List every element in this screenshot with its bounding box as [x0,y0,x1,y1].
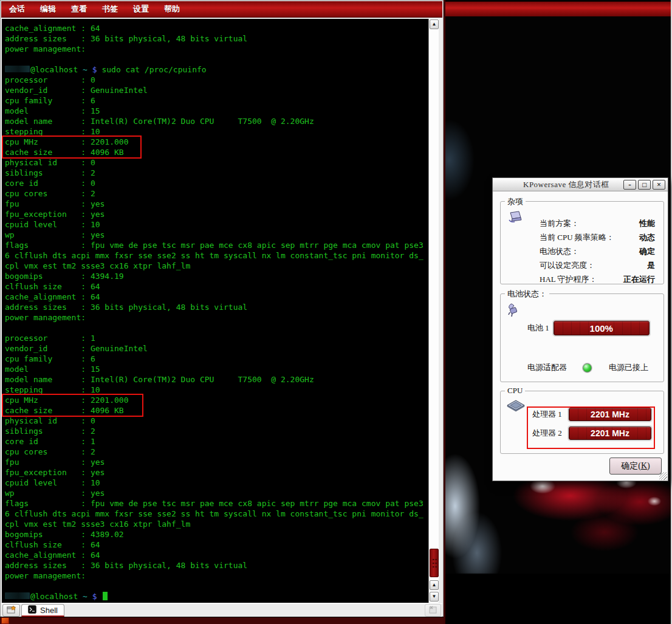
close-button[interactable]: ✕ [653,180,665,190]
menu-item[interactable]: 编辑 [40,4,56,15]
terminal-line [5,581,428,591]
info-row-value: 正在运行 [623,274,655,285]
new-session-icon [7,605,16,616]
terminal-line: core id : 1 [5,436,428,447]
terminal-line: vendor_id : GenuineIntel [5,85,428,95]
ok-accesskey: K [641,461,647,471]
scroll-up-icon[interactable]: ▲ [430,19,439,29]
scroll-up-icon[interactable]: ▲ [430,580,439,590]
close-session-button[interactable] [425,604,441,617]
terminal-line: clflush size : 64 [5,540,428,550]
terminal-line: cpu cores : 2 [5,447,428,457]
terminal-line: model name : Intel(R) Core(TM)2 Duo CPU … [5,374,428,385]
resize-grip[interactable] [659,472,667,480]
terminal-window: 会话编辑查看书签设置帮助 cache_alignment : 64address… [0,0,444,617]
terminal-scrollbar[interactable]: ▲ ▲ ▼ [428,19,439,603]
terminal-line: cpuid level : 10 [5,219,428,230]
terminal-icon [28,605,36,615]
misc-group: 杂项 当前方案：性能当前 CPU 频率策略：动态电池状态：确定可以设定亮度：是H… [500,201,664,284]
scroll-down-icon[interactable]: ▼ [430,592,439,602]
cpu-frequency-bar: 2201 MHz [569,408,651,421]
info-row-label: 可以设定亮度： [540,260,595,271]
terminal-line: fpu : yes [5,457,428,467]
close-icon: ✕ [657,182,662,188]
terminal-line: model name : Intel(R) Core(TM)2 Duo CPU … [5,116,428,126]
bottom-left-badge [1,617,9,624]
terminal-line: cpu cores : 2 [5,188,428,199]
terminal-line: vendor_id : GenuineIntel [5,343,428,354]
terminal-line: cpu family : 6 [5,95,428,106]
terminal-line: cpu MHz : 2201.000 [5,137,428,147]
battery-group-title: 电池状态： [505,289,549,300]
close-session-icon [428,605,437,616]
info-row-value: 是 [647,260,655,271]
menu-item[interactable]: 书签 [102,4,118,15]
terminal-line: cache size : 4096 KB [5,405,428,416]
ok-label-suffix: ) [647,461,650,471]
misc-group-title: 杂项 [505,196,526,207]
cpu-group-title: CPU [505,386,525,396]
bottom-strip [0,617,444,624]
cpu-rows: 处理器 12201 MHz处理器 22201 MHz [532,405,651,442]
terminal-line: fpu_exception : yes [5,467,428,478]
terminal-line: model : 15 [5,364,428,374]
cpu-frequency-value: 2201 MHz [591,428,629,438]
ok-button[interactable]: 确定(K) [609,458,662,475]
terminal-line: cache size : 4096 KB [5,147,428,157]
info-row-value: 动态 [639,232,655,243]
cpu-group: CPU 处理器 12201 MHz处理器 22201 MHz [500,391,664,454]
menu-item[interactable]: 会话 [9,4,25,15]
terminal-line: address sizes : 36 bits physical, 48 bit… [5,560,428,571]
info-row-label: 当前方案： [540,218,579,229]
terminal-line: 6 clflush dts acpi mmx fxsr sse sse2 ss … [5,509,428,519]
adapter-label: 电源适配器 [527,362,567,373]
terminal-line: address sizes : 36 bits physical, 48 bit… [5,33,428,44]
terminal-line: flags : fpu vme de pse tsc msr pae mce c… [5,498,428,509]
maximize-icon: □ [642,182,647,188]
terminal-line: model : 15 [5,106,428,116]
terminal-line: cpu family : 6 [5,354,428,364]
terminal-line: bogomips : 4394.19 [5,271,428,281]
new-session-button[interactable] [2,604,20,617]
cpu-row-label: 处理器 2 [532,428,569,439]
terminal-line: cache_alignment : 64 [5,550,428,560]
terminal-line: stepping : 10 [5,385,428,395]
dialog-title: KPowersave 信息对话框 [523,179,609,190]
terminal-line: cpu MHz : 2201.000 [5,395,428,405]
terminal-view[interactable]: cache_alignment : 64address sizes : 36 b… [2,19,439,603]
battery-percent: 100% [590,323,613,334]
info-row: 电池状态：确定 [540,244,655,258]
menu-item[interactable]: 查看 [71,4,87,15]
terminal-line: bogomips : 4389.02 [5,529,428,540]
minimize-button[interactable]: – [623,180,636,190]
info-row-label: 电池状态： [540,246,579,257]
tab-shell[interactable]: Shell [21,604,64,617]
dialog-window-buttons: – □ ✕ [623,180,665,190]
cpu-frequency-bar: 2201 MHz [569,427,651,440]
background-red-bar [445,1,671,16]
terminal-line [5,323,428,333]
terminal-line: @localhost ~ $ sudo cat /proc/cpuinfo [5,64,428,75]
terminal-line: power management: [5,571,428,581]
adapter-row: 电源适配器 电源已接上 [527,362,648,373]
menu-item[interactable]: 设置 [133,4,149,15]
menu-item[interactable]: 帮助 [164,4,180,15]
terminal-line: siblings : 2 [5,426,428,436]
terminal-line: cpuid level : 10 [5,478,428,488]
laptop-icon [507,210,524,227]
terminal-line: @localhost ~ $ [5,591,428,602]
terminal-line [5,54,428,64]
green-led-icon [583,363,592,372]
terminal-line: processor : 0 [5,75,428,85]
info-row-value: 性能 [639,218,655,229]
cpu-row-label: 处理器 1 [532,409,569,420]
terminal-line: power management: [5,44,428,54]
cpu-row: 处理器 22201 MHz [532,423,651,442]
maximize-button[interactable]: □ [638,180,651,190]
ok-label: 确定( [621,461,641,471]
battery-label: 电池 1 [527,323,549,334]
terminal-line: address sizes : 36 bits physical, 48 bit… [5,302,428,312]
scrollbar-thumb[interactable] [430,549,439,577]
tab-shell-label: Shell [40,606,58,615]
terminal-cursor [103,592,108,600]
